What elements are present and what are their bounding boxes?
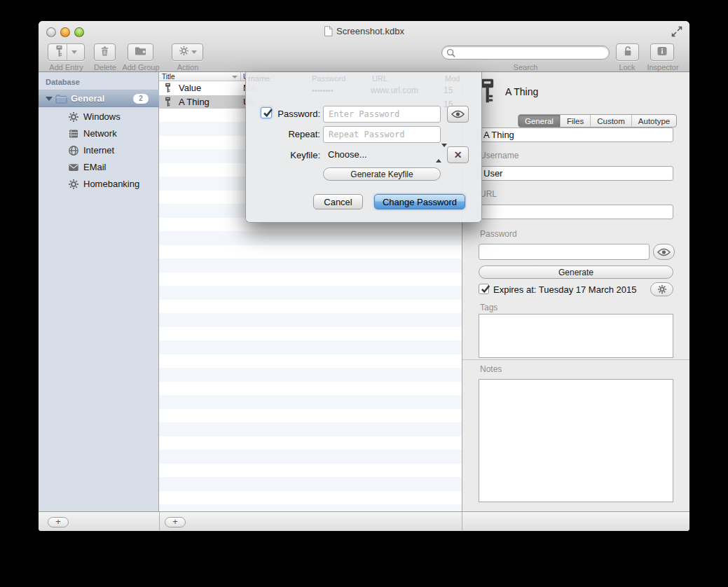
ghost-password-dots: •••••••• — [312, 86, 334, 95]
entry-title: Value — [179, 83, 201, 93]
ghost-username-header: rname — [248, 74, 270, 83]
window-title: Screenshot.kdbx — [39, 26, 689, 39]
tags-label: Tags — [480, 303, 497, 312]
ghost-modified-value: 15 — [444, 85, 453, 95]
add-group-button[interactable] — [128, 43, 153, 61]
search-field[interactable] — [441, 46, 610, 60]
dialog-repeat-label: Repeat: — [246, 129, 320, 139]
chevron-down-icon — [191, 50, 197, 54]
tab-files[interactable]: Files — [561, 115, 591, 127]
tab-general[interactable]: General — [518, 115, 561, 127]
expires-label: Expires at: Tuesday 17 March 2015 — [493, 284, 637, 295]
search-label: Search — [441, 63, 610, 71]
sidebar-item-homebanking[interactable]: Homebanking — [39, 176, 159, 193]
ghost-url-value: www.url.com — [371, 85, 418, 95]
sidebar-item-email[interactable]: EMail — [39, 159, 159, 176]
column-divider[interactable] — [240, 72, 241, 81]
password-field[interactable] — [479, 244, 650, 260]
envelope-icon — [68, 162, 79, 176]
tab-custom[interactable]: Custom — [591, 115, 632, 127]
server-icon — [68, 128, 79, 142]
sort-descending-icon — [232, 76, 238, 78]
entry-title: A Thing — [179, 97, 210, 107]
delete-button[interactable] — [94, 43, 116, 61]
add-entry-plus-button[interactable]: + — [165, 517, 186, 527]
dialog-password-label: Password: — [246, 109, 320, 119]
sidebar-group-label: General — [71, 93, 104, 104]
fullscreen-icon[interactable] — [671, 26, 682, 37]
folder-plus-icon — [135, 46, 146, 59]
titlebar-toolbar[interactable]: Screenshot.kdbx Add Entry Delete — [39, 21, 689, 72]
repeat-password-input[interactable] — [323, 126, 441, 143]
key-icon — [55, 45, 63, 60]
notes-label: Notes — [480, 364, 502, 374]
gear-icon — [68, 111, 79, 125]
username-label: Username — [480, 151, 518, 160]
generate-keyfile-button[interactable]: Generate Keyfile — [323, 167, 441, 181]
unlock-icon — [622, 46, 633, 60]
expires-checkbox[interactable] — [479, 284, 489, 294]
sidebar-item-network[interactable]: Network — [39, 125, 159, 142]
cancel-button[interactable]: Cancel — [313, 194, 363, 209]
change-password-sheet: rname Password URL Mod •••••••• www.url.… — [245, 72, 482, 223]
info-icon — [657, 46, 668, 59]
inspector-button[interactable] — [650, 43, 674, 61]
inspector-panel: A Thing General Files Custom Autotype A … — [462, 72, 689, 511]
add-group-plus-button[interactable]: + — [48, 517, 69, 527]
add-group-label: Add Group — [116, 63, 166, 71]
close-icon: ✕ — [454, 150, 462, 160]
sidebar-item-internet[interactable]: Internet — [39, 142, 159, 159]
search-input[interactable] — [458, 47, 605, 58]
ghost-modified-header: Mod — [445, 74, 460, 83]
globe-icon — [68, 145, 79, 159]
password-input[interactable] — [323, 106, 441, 123]
change-password-button[interactable]: Change Password — [374, 194, 465, 209]
action-label: Action — [167, 63, 208, 71]
key-icon — [165, 97, 171, 109]
add-entry-button[interactable] — [48, 43, 85, 61]
popup-stepper-icon[interactable] — [436, 147, 447, 160]
password-label: Password — [480, 229, 517, 239]
generate-password-button[interactable]: Generate — [479, 265, 673, 279]
inspector-tabs: General Files Custom Autotype — [518, 114, 677, 127]
gear-icon — [179, 46, 189, 59]
notes-box[interactable] — [479, 379, 673, 502]
eye-icon — [451, 110, 465, 118]
check-icon — [480, 284, 491, 295]
app-window: Screenshot.kdbx Add Entry Delete — [39, 21, 689, 531]
gear-icon — [68, 179, 79, 193]
folder-icon — [55, 94, 67, 106]
keyfile-popup[interactable]: Choose... — [328, 149, 367, 160]
sidebar-header: Database — [46, 78, 80, 86]
title-field[interactable]: A Thing — [479, 127, 673, 142]
reveal-password-button[interactable] — [447, 106, 469, 123]
search-icon — [446, 48, 456, 58]
bottom-bar: + + — [39, 511, 689, 531]
url-label: URL — [480, 189, 497, 199]
ghost-password-header: Password — [312, 74, 345, 83]
column-header-title[interactable]: Title — [162, 73, 175, 81]
tab-autotype[interactable]: Autotype — [632, 115, 676, 127]
dialog-keyfile-label: Keyfile: — [246, 150, 320, 160]
clear-keyfile-button[interactable]: ✕ — [447, 146, 469, 163]
inspector-label: Inspector — [641, 63, 685, 71]
trash-icon — [99, 46, 110, 60]
sidebar-item-windows[interactable]: Windows — [39, 109, 159, 125]
eye-icon — [657, 248, 671, 256]
username-field[interactable]: User — [479, 166, 673, 181]
lock-button[interactable] — [616, 43, 639, 61]
section-divider[interactable] — [462, 359, 689, 360]
sidebar: Database General 2 Windows Network Inter… — [39, 72, 159, 511]
expires-settings-button[interactable] — [650, 282, 673, 296]
key-icon — [165, 83, 171, 95]
tags-box[interactable] — [479, 314, 673, 358]
url-field[interactable] — [479, 205, 673, 219]
gear-icon — [657, 284, 667, 294]
action-button[interactable] — [172, 43, 203, 61]
show-password-button[interactable] — [653, 244, 675, 260]
sidebar-group-general[interactable]: General 2 — [39, 90, 159, 107]
disclosure-triangle-icon[interactable] — [46, 97, 53, 101]
group-count-badge: 2 — [133, 94, 149, 104]
chevron-down-icon — [71, 50, 77, 54]
inspector-entry-title: A Thing — [505, 86, 538, 97]
